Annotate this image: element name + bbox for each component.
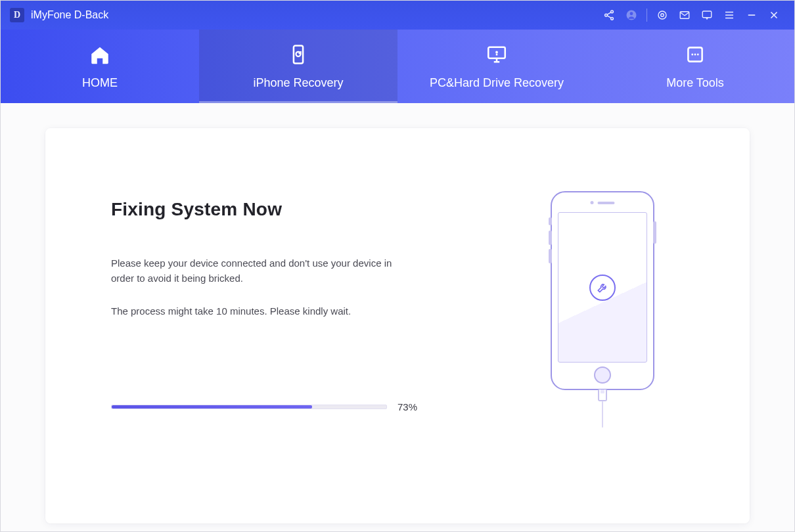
svg-point-2	[611, 17, 614, 20]
home-icon	[89, 43, 111, 68]
tab-more-tools[interactable]: More Tools	[596, 30, 794, 103]
main-card: Fixing System Now Please keep your devic…	[45, 128, 750, 523]
illustration-panel	[456, 128, 750, 523]
progress-row: 73%	[111, 401, 436, 412]
settings-icon[interactable]	[651, 4, 673, 26]
titlebar-separator	[647, 9, 647, 22]
svg-point-1	[605, 14, 608, 16]
svg-point-0	[611, 11, 614, 13]
tab-home[interactable]: HOME	[1, 30, 199, 103]
progress-percent-label: 73%	[398, 401, 417, 412]
tab-pc-recovery[interactable]: PC&Hard Drive Recovery	[398, 30, 596, 103]
svg-point-4	[630, 12, 633, 15]
tab-label: HOME	[82, 76, 118, 90]
app-title: iMyFone D-Back	[31, 9, 108, 21]
app-window: D iMyFone D-Back	[0, 0, 795, 532]
cable-wire	[602, 401, 603, 428]
instruction-line-2: The process might take 10 minutes. Pleas…	[111, 303, 394, 319]
feedback-icon[interactable]	[696, 4, 718, 26]
svg-point-13	[691, 53, 693, 55]
minimize-icon[interactable]	[740, 4, 763, 26]
progress-fill	[112, 405, 312, 409]
share-icon[interactable]	[598, 4, 620, 26]
phone-refresh-icon	[287, 43, 309, 68]
main-nav: HOME iPhone Recovery PC&Hard Drive Recov…	[1, 30, 794, 103]
instruction-line-1: Please keep your device connected and do…	[111, 255, 394, 286]
monitor-icon	[486, 43, 508, 68]
tab-label: PC&Hard Drive Recovery	[430, 76, 564, 90]
titlebar: D iMyFone D-Back	[1, 1, 794, 30]
svg-point-6	[661, 14, 664, 17]
status-panel: Fixing System Now Please keep your devic…	[45, 128, 456, 523]
more-icon	[684, 43, 706, 68]
app-logo: D	[10, 8, 24, 22]
svg-point-15	[697, 53, 699, 55]
svg-point-5	[658, 11, 666, 19]
svg-rect-9	[294, 45, 303, 63]
content-area: Fixing System Now Please keep your devic…	[1, 103, 794, 531]
mail-icon[interactable]	[673, 4, 696, 26]
progress-bar	[111, 405, 387, 409]
svg-point-11	[495, 51, 498, 53]
tab-label: iPhone Recovery	[253, 76, 343, 90]
tab-label: More Tools	[666, 76, 724, 90]
account-icon[interactable]	[620, 4, 643, 26]
svg-point-14	[694, 53, 696, 55]
cable-plug	[598, 389, 607, 401]
phone-outline	[551, 191, 654, 390]
menu-icon[interactable]	[718, 4, 740, 26]
wrench-icon	[589, 275, 616, 301]
close-icon[interactable]	[763, 4, 785, 26]
tab-iphone-recovery[interactable]: iPhone Recovery	[199, 30, 398, 103]
phone-illustration	[543, 191, 662, 428]
page-heading: Fixing System Now	[111, 199, 436, 220]
svg-rect-8	[702, 11, 712, 18]
